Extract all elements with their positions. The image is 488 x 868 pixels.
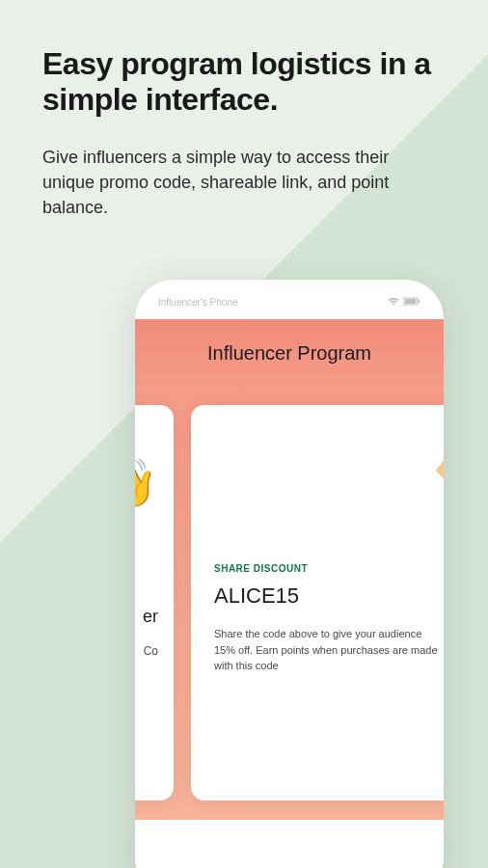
cards-container: 👋 er Co SHARE DISCOUNT ALICE15 Share the…: [135, 386, 444, 820]
headline: Easy program logistics in a simple inter…: [42, 46, 446, 118]
promo-code: ALICE15: [214, 583, 438, 609]
svg-rect-2: [419, 300, 420, 304]
status-bar: Influencer's Phone: [135, 280, 444, 312]
phone-mockup: Influencer's Phone Influencer Program 👋 …: [135, 280, 444, 868]
price-tag-icon: [434, 451, 444, 490]
share-discount-label: SHARE DISCOUNT: [214, 563, 438, 574]
welcome-card-subtext: Co: [135, 644, 158, 658]
welcome-card-text: er: [135, 607, 158, 627]
app-header: Influencer Program: [135, 319, 444, 386]
status-label: Influencer's Phone: [158, 297, 238, 308]
marketing-content: Easy program logistics in a simple inter…: [0, 0, 488, 220]
subheadline: Give influencers a simple way to access …: [42, 145, 446, 220]
wave-icon: 👋: [135, 455, 158, 510]
welcome-card[interactable]: 👋 er Co: [135, 405, 174, 800]
svg-rect-1: [405, 299, 417, 305]
promo-description: Share the code above to give your audien…: [214, 626, 438, 674]
promo-card[interactable]: SHARE DISCOUNT ALICE15 Share the code ab…: [191, 405, 444, 800]
wifi-icon: [388, 297, 399, 308]
status-icons: [388, 297, 420, 308]
app-header-title: Influencer Program: [135, 342, 444, 365]
battery-icon: [403, 297, 420, 308]
